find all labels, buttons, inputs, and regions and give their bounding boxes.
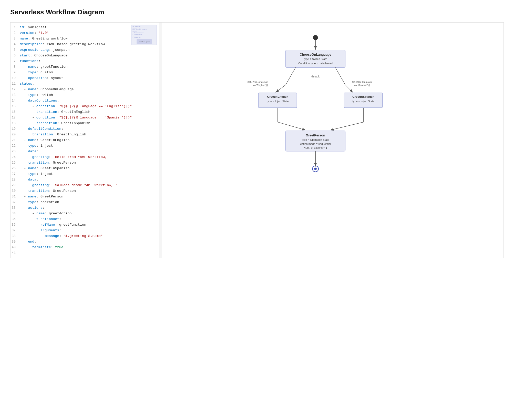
code-line-6: 6 start: ChooseOnLanguage: [11, 53, 159, 58]
code-line-21: 21 - name: GreetInEnglish: [11, 137, 159, 143]
svg-text:== 'Spanish')]}: == 'Spanish')]}: [354, 84, 370, 86]
svg-text:- GreetInEnglish: - GreetInEnglish: [132, 34, 142, 35]
code-line-5: 5 expressionLang: jsonpath: [11, 47, 159, 53]
svg-text:type = Switch State: type = Switch State: [304, 57, 327, 61]
svg-text:type = Inject State: type = Inject State: [352, 100, 374, 103]
code-line-36: 36 refName: greetFunction: [11, 222, 159, 228]
svg-text:states:: states:: [132, 31, 137, 32]
code-line-11: 11 states:: [11, 81, 159, 87]
main-container: id: yamlgreet version: '1.0' name: Greet…: [10, 22, 504, 258]
svg-text:GreetPerson: GreetPerson: [306, 134, 325, 137]
svg-text:name: Greeting workflow: name: Greeting workflow: [132, 29, 147, 30]
code-line-12: 12 - name: ChooseOnLanguage: [11, 87, 159, 92]
svg-text:id: yamlgreet: id: yamlgreet: [132, 26, 140, 27]
code-line-38: 38 message: "$.greeting $.name": [11, 233, 159, 239]
code-line-24: 24 greeting: 'Hello from YAML Workflow, …: [11, 154, 159, 160]
code-line-37: 37 arguments:: [11, 228, 159, 233]
code-line-22: 22 type: inject: [11, 143, 159, 149]
code-panel[interactable]: id: yamlgreet version: '1.0' name: Greet…: [11, 23, 159, 258]
svg-text:type = Operation State: type = Operation State: [302, 138, 329, 141]
code-line-34: 34 - name: greetAction: [11, 211, 159, 216]
code-line-26: 26 - name: GreetInSpanish: [11, 166, 159, 171]
svg-text:workflow graph: workflow graph: [139, 41, 150, 43]
svg-text:type = Inject State: type = Inject State: [267, 100, 289, 103]
code-line-31: 31 - name: GreetPerson: [11, 194, 159, 199]
panel-divider[interactable]: ⋮: [159, 23, 162, 258]
code-line-41: 41: [11, 250, 159, 256]
workflow-diagram: ChooseOnLanguage type = Switch State Con…: [246, 28, 420, 189]
svg-text:GreetInSpanish: GreetInSpanish: [352, 95, 374, 98]
code-line-39: 39 end:: [11, 239, 159, 245]
code-line-16: 16 transition: GreetInEnglish: [11, 109, 159, 115]
svg-text:Action mode = sequential: Action mode = sequential: [300, 142, 331, 145]
code-line-19: 19 defaultCondition:: [11, 126, 159, 132]
svg-text:- GreetPerson: - GreetPerson: [132, 37, 141, 38]
svg-text:GreetInEnglish: GreetInEnglish: [267, 95, 288, 98]
code-line-32: 32 type: operation: [11, 199, 159, 205]
code-line-10: 10 operation: sysout: [11, 75, 159, 81]
code-line-33: 33 actions:: [11, 205, 159, 211]
svg-text:== 'English')]}: == 'English')]}: [253, 84, 268, 86]
code-line-40: 40 terminate: true: [11, 245, 159, 250]
code-line-23: 23 data:: [11, 149, 159, 154]
diagram-thumbnail: id: yamlgreet version: '1.0' name: Greet…: [131, 25, 157, 45]
page-title: Serverless Workflow Diagram: [10, 8, 504, 16]
code-line-9: 9 type: custom: [11, 70, 159, 75]
code-line-18: 18 transition: GreetInSpanish: [11, 121, 159, 126]
diagram-panel[interactable]: ChooseOnLanguage type = Switch State Con…: [162, 23, 503, 258]
code-line-14: 14 dataConditions:: [11, 98, 159, 104]
svg-text:- ChooseOnLanguage: - ChooseOnLanguage: [132, 32, 144, 33]
code-line-25: 25 transition: GreetPerson: [11, 160, 159, 166]
code-line-27: 27 type: inject: [11, 171, 159, 177]
svg-text:Condition type = data-based: Condition type = data-based: [298, 62, 333, 65]
code-line-17: 17 - condition: "${$.[?(@.language == 'S…: [11, 115, 159, 121]
code-line-30: 30 transition: GreetPerson: [11, 188, 159, 194]
svg-text:Num. of actions = 1: Num. of actions = 1: [304, 146, 327, 149]
svg-point-12: [313, 35, 318, 40]
code-line-35: 35 functionRef:: [11, 216, 159, 222]
svg-text:ChooseOnLanguage: ChooseOnLanguage: [300, 53, 331, 56]
code-line-8: 8 - name: greetFunction: [11, 64, 159, 70]
code-line-15: 15 - condition: "${$.[?(@.language == 'E…: [11, 104, 159, 109]
code-line-28: 28 data:: [11, 177, 159, 183]
code-line-13: 13 type: switch: [11, 92, 159, 98]
svg-text:${$.[?(@.language: ${$.[?(@.language: [352, 81, 372, 83]
svg-point-36: [314, 168, 317, 170]
svg-text:${$.[?(@.language: ${$.[?(@.language: [248, 81, 268, 83]
divider-icon: ⋮: [159, 138, 162, 143]
svg-text:version: '1.0': version: '1.0': [132, 28, 141, 29]
code-line-20: 20 transition: GreetInEnglish: [11, 132, 159, 137]
code-line-29: 29 greeting: 'Saludos desde YAML Workflo…: [11, 183, 159, 188]
svg-text:- GreetInSpanish: - GreetInSpanish: [132, 35, 142, 36]
code-line-7: 7 functions:: [11, 58, 159, 64]
svg-text:default: default: [311, 75, 320, 78]
